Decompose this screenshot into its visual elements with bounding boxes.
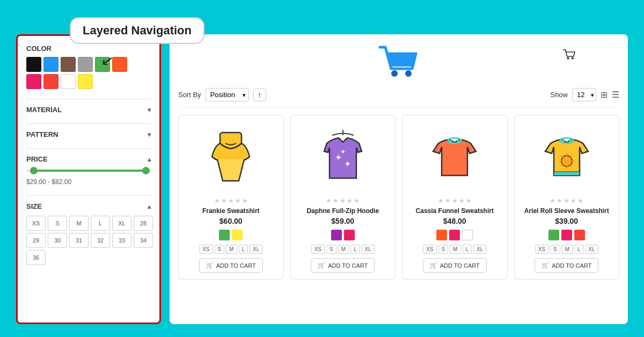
color-swatch-yellow[interactable]	[78, 74, 93, 89]
product-card-1: ★★★★★ Frankie Sweatshirt $60.00 XS S M L…	[178, 115, 284, 280]
show-select-wrapper[interactable]: 12 24 36	[572, 88, 596, 101]
svg-rect-16	[554, 172, 580, 175]
product-name-1: Frankie Sweatshirt	[202, 207, 260, 215]
color-swatch-brown[interactable]	[61, 57, 76, 72]
color-swatch-white[interactable]	[61, 74, 76, 89]
sort-select[interactable]: Position	[206, 88, 249, 101]
size-btn-m[interactable]: M	[450, 245, 460, 254]
product-card-4: ★★★★★ Ariel Roll Sleeve Sweatshirt $39.0…	[514, 115, 620, 280]
product-svg-tshirt-yellow	[540, 127, 594, 186]
size-swatch-30[interactable]: 30	[48, 233, 67, 248]
product-svg-tshirt-orange	[428, 127, 481, 186]
product-name-4: Ariel Roll Sleeve Sweatshirt	[524, 207, 609, 215]
size-btn-l[interactable]: L	[239, 245, 248, 254]
product-color-green[interactable]	[548, 230, 559, 240]
size-swatch-xs[interactable]: XS	[26, 216, 46, 231]
pattern-chevron-icon: ▾	[148, 131, 151, 138]
product-price-4: $39.00	[555, 217, 578, 225]
add-to-cart-btn-2[interactable]: 🛒 ADD TO CART	[311, 258, 375, 273]
size-btn-s[interactable]: S	[215, 245, 225, 254]
svg-point-2	[567, 57, 569, 60]
slider-handle-max[interactable]	[142, 167, 150, 174]
slider-track	[26, 170, 151, 172]
size-btn-xs[interactable]: XS	[311, 245, 325, 254]
size-swatches: XS S M L XL 28 29 30 31 32 33 34 36	[26, 216, 151, 265]
add-to-cart-btn-1[interactable]: 🛒 ADD TO CART	[199, 258, 263, 273]
grid-view-icon[interactable]: ⊞	[601, 90, 608, 100]
product-price-3: $48.00	[443, 217, 466, 225]
product-sizes-3: XS S M L XL	[423, 245, 486, 254]
size-swatch-36[interactable]: 36	[26, 250, 46, 265]
size-btn-m[interactable]: M	[562, 245, 573, 254]
size-swatch-34[interactable]: 34	[134, 233, 153, 248]
size-swatch-31[interactable]: 31	[69, 233, 89, 248]
color-swatch-black[interactable]	[26, 57, 41, 72]
product-sizes-1: XS S M L XL	[199, 245, 262, 254]
product-color-pink[interactable]	[561, 230, 572, 240]
size-btn-l[interactable]: L	[350, 245, 360, 254]
size-filter-title[interactable]: SIZE ▴	[26, 202, 151, 210]
product-color-green[interactable]	[219, 230, 230, 240]
size-btn-m[interactable]: M	[338, 245, 349, 254]
sort-select-wrapper[interactable]: Position	[206, 88, 249, 101]
product-color-orange[interactable]	[436, 230, 447, 240]
color-swatch-orange[interactable]	[112, 57, 127, 72]
slider-handle-min[interactable]	[30, 167, 38, 174]
size-btn-m[interactable]: M	[226, 245, 237, 254]
color-swatches	[26, 57, 151, 89]
show-count-select[interactable]: 12 24 36	[572, 88, 596, 101]
svg-text:✦: ✦	[344, 159, 351, 169]
main-content: Sort By Position ↑ Show 12 24 36 ⊞ ☰	[170, 34, 628, 324]
size-btn-xl[interactable]: XL	[250, 245, 262, 254]
size-swatch-33[interactable]: 33	[112, 233, 131, 248]
product-image-3	[409, 122, 501, 192]
product-stars-2: ★★★★★	[326, 197, 360, 204]
size-btn-xl[interactable]: XL	[362, 245, 375, 254]
size-swatch-28[interactable]: 28	[134, 216, 153, 231]
size-btn-l[interactable]: L	[574, 245, 584, 254]
add-to-cart-btn-3[interactable]: 🛒 ADD TO CART	[423, 258, 487, 273]
list-view-icon[interactable]: ☰	[612, 90, 619, 100]
size-btn-xl[interactable]: XL	[586, 245, 598, 254]
size-btn-s[interactable]: S	[550, 245, 560, 254]
size-swatch-29[interactable]: 29	[26, 233, 46, 248]
product-color-purple[interactable]	[331, 230, 342, 240]
sort-direction-button[interactable]: ↑	[253, 89, 266, 101]
size-btn-s[interactable]: S	[438, 245, 449, 254]
product-color-pink[interactable]	[344, 230, 355, 240]
product-stars-4: ★★★★★	[550, 197, 583, 204]
add-to-cart-btn-4[interactable]: 🛒 ADD TO CART	[535, 258, 598, 273]
cart-icon-small: 🛒	[318, 262, 325, 269]
svg-point-13	[562, 140, 565, 142]
price-filter-title[interactable]: PRICE ▴	[26, 155, 151, 163]
price-range-slider[interactable]	[26, 170, 151, 172]
size-btn-xs[interactable]: XS	[535, 245, 548, 254]
size-chevron-icon: ▴	[148, 203, 151, 210]
cart-icon-small: 🛒	[541, 262, 549, 269]
size-btn-s[interactable]: S	[326, 245, 336, 254]
color-swatch-red[interactable]	[43, 74, 58, 89]
product-color-white[interactable]	[462, 230, 473, 240]
size-swatch-m[interactable]: M	[69, 216, 89, 231]
size-btn-l[interactable]: L	[463, 245, 472, 254]
product-color-pink[interactable]	[449, 230, 460, 240]
product-stars-3: ★★★★★	[438, 197, 472, 204]
product-color-red[interactable]	[574, 230, 585, 240]
size-swatch-s[interactable]: S	[48, 216, 67, 231]
slider-fill	[33, 170, 145, 172]
color-swatch-blue[interactable]	[43, 57, 58, 72]
material-filter-title[interactable]: MATERIAL ▾	[26, 106, 151, 114]
product-color-yellow[interactable]	[232, 230, 243, 240]
size-btn-xs[interactable]: XS	[423, 245, 436, 254]
color-swatch-gray[interactable]	[78, 57, 93, 72]
size-btn-xs[interactable]: XS	[199, 245, 213, 254]
small-cart-icon	[562, 48, 576, 60]
product-colors-1	[219, 230, 243, 240]
size-swatch-xl[interactable]: XL	[112, 216, 131, 231]
price-range-label: $29.00 - $82.00	[26, 178, 151, 186]
size-btn-xl[interactable]: XL	[473, 245, 486, 254]
size-swatch-l[interactable]: L	[91, 216, 110, 231]
size-swatch-32[interactable]: 32	[91, 233, 110, 248]
color-swatch-pink[interactable]	[26, 74, 41, 89]
pattern-filter-title[interactable]: PATTERN ▾	[26, 130, 151, 138]
